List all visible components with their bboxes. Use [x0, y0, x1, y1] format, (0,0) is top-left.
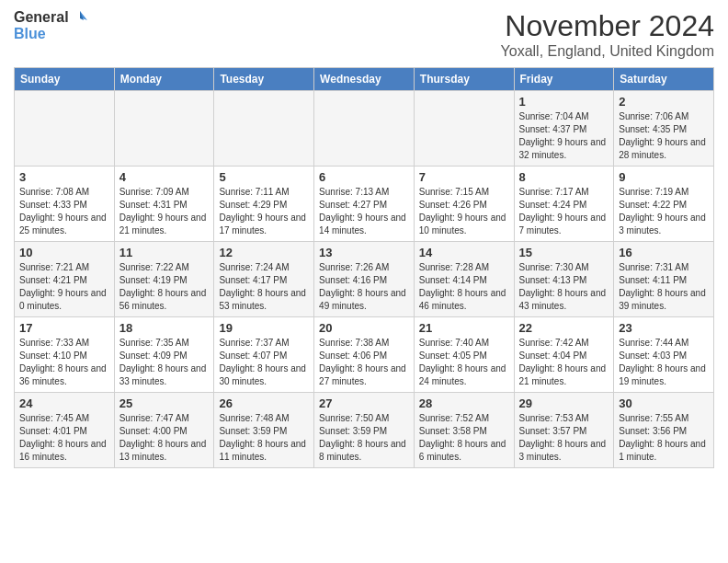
day-number: 26: [219, 396, 309, 410]
calendar-cell: 26Sunrise: 7:48 AM Sunset: 3:59 PM Dayli…: [214, 393, 314, 468]
day-number: 21: [419, 321, 509, 335]
day-number: 11: [119, 246, 210, 259]
day-number: 5: [219, 170, 309, 184]
calendar-cell: 20Sunrise: 7:38 AM Sunset: 4:06 PM Dayli…: [314, 317, 415, 393]
week-row-1: 1Sunrise: 7:04 AM Sunset: 4:37 PM Daylig…: [15, 91, 714, 167]
day-number: 24: [19, 396, 109, 410]
calendar-cell: 2Sunrise: 7:06 AM Sunset: 4:35 PM Daylig…: [614, 91, 714, 167]
page-header: General Blue November 2024 Yoxall, Engla…: [14, 9, 714, 60]
day-info: Sunrise: 7:22 AM Sunset: 4:19 PM Dayligh…: [119, 261, 210, 313]
day-number: 4: [119, 170, 210, 184]
day-number: 10: [19, 246, 109, 259]
day-info: Sunrise: 7:33 AM Sunset: 4:10 PM Dayligh…: [19, 337, 109, 388]
calendar-cell: 7Sunrise: 7:15 AM Sunset: 4:26 PM Daylig…: [414, 167, 514, 242]
day-info: Sunrise: 7:40 AM Sunset: 4:05 PM Dayligh…: [419, 337, 509, 388]
day-info: Sunrise: 7:09 AM Sunset: 4:31 PM Dayligh…: [119, 186, 210, 237]
header-friday: Friday: [514, 68, 614, 91]
week-row-2: 3Sunrise: 7:08 AM Sunset: 4:33 PM Daylig…: [15, 167, 714, 242]
calendar-cell: [314, 91, 415, 167]
calendar-cell: [15, 91, 115, 167]
day-info: Sunrise: 7:30 AM Sunset: 4:13 PM Dayligh…: [519, 261, 609, 313]
calendar-cell: 28Sunrise: 7:52 AM Sunset: 3:58 PM Dayli…: [414, 393, 514, 468]
day-number: 25: [119, 396, 210, 410]
day-number: 12: [219, 246, 309, 259]
day-number: 29: [519, 396, 609, 410]
day-info: Sunrise: 7:06 AM Sunset: 4:35 PM Dayligh…: [619, 110, 709, 162]
calendar-cell: 9Sunrise: 7:19 AM Sunset: 4:22 PM Daylig…: [614, 167, 714, 242]
calendar-cell: 18Sunrise: 7:35 AM Sunset: 4:09 PM Dayli…: [114, 317, 214, 393]
day-info: Sunrise: 7:31 AM Sunset: 4:11 PM Dayligh…: [619, 261, 709, 313]
day-info: Sunrise: 7:53 AM Sunset: 3:57 PM Dayligh…: [519, 412, 609, 464]
day-number: 23: [619, 321, 709, 335]
day-number: 7: [419, 170, 509, 184]
day-info: Sunrise: 7:19 AM Sunset: 4:22 PM Dayligh…: [619, 186, 709, 237]
day-info: Sunrise: 7:15 AM Sunset: 4:26 PM Dayligh…: [419, 186, 509, 237]
title-area: November 2024 Yoxall, England, United Ki…: [501, 9, 714, 60]
calendar-cell: 5Sunrise: 7:11 AM Sunset: 4:29 PM Daylig…: [214, 167, 314, 242]
day-number: 18: [119, 321, 210, 335]
day-info: Sunrise: 7:04 AM Sunset: 4:37 PM Dayligh…: [519, 110, 609, 162]
day-number: 30: [619, 396, 709, 410]
calendar-cell: 22Sunrise: 7:42 AM Sunset: 4:04 PM Dayli…: [514, 317, 614, 393]
day-info: Sunrise: 7:21 AM Sunset: 4:21 PM Dayligh…: [19, 261, 109, 313]
header-monday: Monday: [114, 68, 214, 91]
calendar-cell: 24Sunrise: 7:45 AM Sunset: 4:01 PM Dayli…: [15, 393, 115, 468]
day-info: Sunrise: 7:35 AM Sunset: 4:09 PM Dayligh…: [119, 337, 210, 388]
calendar-cell: 14Sunrise: 7:28 AM Sunset: 4:14 PM Dayli…: [414, 242, 514, 317]
day-info: Sunrise: 7:24 AM Sunset: 4:17 PM Dayligh…: [219, 261, 309, 313]
calendar-cell: [214, 91, 314, 167]
calendar-cell: 16Sunrise: 7:31 AM Sunset: 4:11 PM Dayli…: [614, 242, 714, 317]
header-sunday: Sunday: [15, 68, 115, 91]
day-number: 6: [319, 170, 409, 184]
calendar-cell: 6Sunrise: 7:13 AM Sunset: 4:27 PM Daylig…: [314, 167, 415, 242]
calendar-cell: 23Sunrise: 7:44 AM Sunset: 4:03 PM Dayli…: [614, 317, 714, 393]
day-number: 17: [19, 321, 109, 335]
logo-text: General Blue: [14, 9, 89, 42]
day-info: Sunrise: 7:52 AM Sunset: 3:58 PM Dayligh…: [419, 412, 509, 464]
calendar-cell: 3Sunrise: 7:08 AM Sunset: 4:33 PM Daylig…: [15, 167, 115, 242]
day-number: 1: [519, 95, 609, 109]
calendar-cell: 17Sunrise: 7:33 AM Sunset: 4:10 PM Dayli…: [15, 317, 115, 393]
week-row-3: 10Sunrise: 7:21 AM Sunset: 4:21 PM Dayli…: [15, 242, 714, 317]
day-number: 19: [219, 321, 309, 335]
calendar-cell: 15Sunrise: 7:30 AM Sunset: 4:13 PM Dayli…: [514, 242, 614, 317]
calendar-cell: [114, 91, 214, 167]
day-info: Sunrise: 7:48 AM Sunset: 3:59 PM Dayligh…: [219, 412, 309, 464]
day-info: Sunrise: 7:17 AM Sunset: 4:24 PM Dayligh…: [519, 186, 609, 237]
week-row-4: 17Sunrise: 7:33 AM Sunset: 4:10 PM Dayli…: [15, 317, 714, 393]
day-info: Sunrise: 7:47 AM Sunset: 4:00 PM Dayligh…: [119, 412, 210, 464]
calendar-cell: 25Sunrise: 7:47 AM Sunset: 4:00 PM Dayli…: [114, 393, 214, 468]
location-title: Yoxall, England, United Kingdom: [501, 43, 714, 60]
day-number: 14: [419, 246, 509, 259]
day-info: Sunrise: 7:38 AM Sunset: 4:06 PM Dayligh…: [319, 337, 409, 388]
day-number: 13: [319, 246, 409, 259]
day-number: 28: [419, 396, 509, 410]
day-info: Sunrise: 7:42 AM Sunset: 4:04 PM Dayligh…: [519, 337, 609, 388]
day-number: 9: [619, 170, 709, 184]
calendar-header-row: SundayMondayTuesdayWednesdayThursdayFrid…: [15, 68, 714, 91]
calendar-cell: 27Sunrise: 7:50 AM Sunset: 3:59 PM Dayli…: [314, 393, 415, 468]
calendar-cell: 10Sunrise: 7:21 AM Sunset: 4:21 PM Dayli…: [15, 242, 115, 317]
day-info: Sunrise: 7:08 AM Sunset: 4:33 PM Dayligh…: [19, 186, 109, 237]
calendar-table: SundayMondayTuesdayWednesdayThursdayFrid…: [14, 67, 714, 468]
calendar-cell: 8Sunrise: 7:17 AM Sunset: 4:24 PM Daylig…: [514, 167, 614, 242]
calendar-cell: 13Sunrise: 7:26 AM Sunset: 4:16 PM Dayli…: [314, 242, 415, 317]
calendar-cell: 11Sunrise: 7:22 AM Sunset: 4:19 PM Dayli…: [114, 242, 214, 317]
day-number: 2: [619, 95, 709, 109]
logo: General Blue: [14, 9, 89, 42]
calendar-cell: 30Sunrise: 7:55 AM Sunset: 3:56 PM Dayli…: [614, 393, 714, 468]
day-info: Sunrise: 7:28 AM Sunset: 4:14 PM Dayligh…: [419, 261, 509, 313]
calendar-cell: [414, 91, 514, 167]
header-thursday: Thursday: [414, 68, 514, 91]
header-wednesday: Wednesday: [314, 68, 415, 91]
logo-bird-icon: [71, 9, 89, 26]
day-number: 8: [519, 170, 609, 184]
day-number: 16: [619, 246, 709, 259]
calendar-cell: 29Sunrise: 7:53 AM Sunset: 3:57 PM Dayli…: [514, 393, 614, 468]
week-row-5: 24Sunrise: 7:45 AM Sunset: 4:01 PM Dayli…: [15, 393, 714, 468]
calendar-cell: 12Sunrise: 7:24 AM Sunset: 4:17 PM Dayli…: [214, 242, 314, 317]
header-saturday: Saturday: [614, 68, 714, 91]
day-info: Sunrise: 7:37 AM Sunset: 4:07 PM Dayligh…: [219, 337, 309, 388]
day-info: Sunrise: 7:45 AM Sunset: 4:01 PM Dayligh…: [19, 412, 109, 464]
day-info: Sunrise: 7:26 AM Sunset: 4:16 PM Dayligh…: [319, 261, 409, 313]
